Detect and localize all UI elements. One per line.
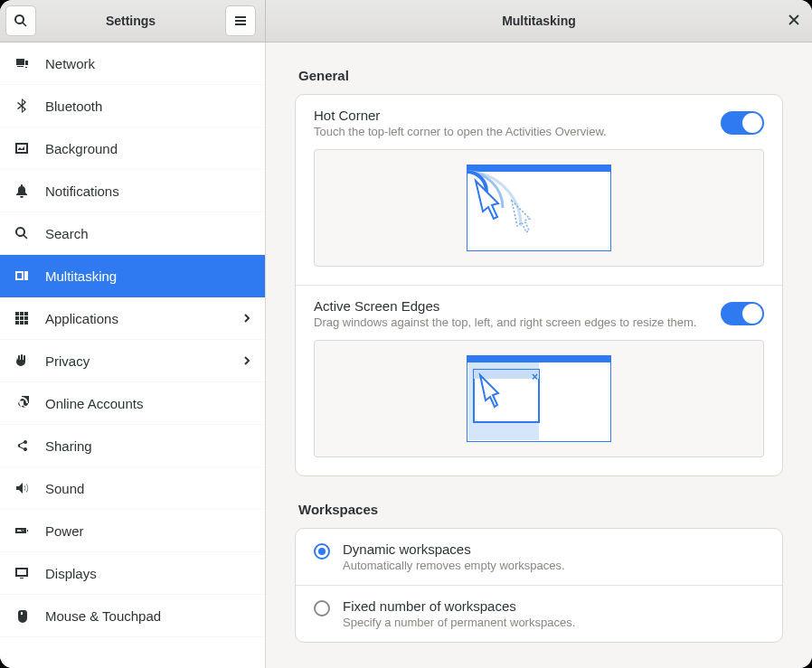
sidebar-item-mouse-touchpad[interactable]: Mouse & Touchpad [0, 595, 265, 637]
hand-icon [13, 352, 31, 370]
active-edges-row: Active Screen Edges Drag windows against… [296, 286, 782, 475]
sidebar-item-sharing[interactable]: Sharing [0, 425, 265, 467]
hot-corner-illustration [314, 149, 764, 267]
multitasking-icon [13, 267, 31, 285]
sidebar-item-applications[interactable]: Applications [0, 297, 265, 340]
sidebar-item-label: Bluetooth [45, 99, 102, 114]
radio-button[interactable] [314, 543, 330, 560]
menu-button[interactable] [225, 5, 256, 36]
mouse-icon [13, 607, 31, 625]
dynamic-workspaces-option[interactable]: Dynamic workspaces Automatically removes… [296, 529, 782, 586]
content-pane[interactable]: General Hot Corner Touch the top-left co… [266, 42, 812, 668]
sidebar-item-label: Notifications [45, 183, 119, 199]
speaker-icon [13, 479, 31, 497]
svg-text:×: × [532, 371, 538, 383]
radio-button[interactable] [314, 600, 330, 616]
sidebar-item-label: Displays [45, 566, 97, 581]
hot-corner-toggle[interactable] [721, 111, 764, 135]
sidebar-item-multitasking[interactable]: Multitasking [0, 255, 265, 297]
sidebar-item-label: Network [45, 56, 95, 71]
sidebar-item-privacy[interactable]: Privacy [0, 340, 265, 382]
active-edges-illustration: × [314, 340, 764, 457]
share-icon [13, 437, 31, 455]
sidebar-item-label: Background [45, 141, 118, 156]
background-icon [13, 139, 31, 157]
sidebar-item-background[interactable]: Background [0, 127, 265, 170]
sidebar-item-network[interactable]: Network [0, 42, 265, 85]
fixed-workspaces-desc: Specify a number of permanent workspaces… [343, 616, 764, 629]
dynamic-workspaces-title: Dynamic workspaces [343, 541, 764, 557]
apps-icon [13, 309, 31, 327]
dynamic-workspaces-desc: Automatically removes empty workspaces. [343, 559, 764, 572]
sidebar-item-label: Privacy [45, 353, 90, 369]
search-icon [14, 14, 28, 28]
workspaces-card: Dynamic workspaces Automatically removes… [295, 528, 783, 643]
active-edges-title: Active Screen Edges [314, 298, 721, 314]
sidebar-item-label: Mouse & Touchpad [45, 608, 161, 624]
hot-corner-title: Hot Corner [314, 108, 721, 123]
at-icon [13, 394, 31, 412]
hot-corner-row: Hot Corner Touch the top-left corner to … [296, 95, 782, 286]
sidebar-title: Settings [42, 14, 220, 28]
close-icon [788, 14, 799, 25]
titlebar-left: Settings [0, 0, 266, 42]
bell-icon [13, 182, 31, 200]
sidebar-item-label: Applications [45, 311, 118, 326]
sidebar[interactable]: Network Bluetooth Background Notificatio… [0, 42, 266, 668]
sidebar-item-bluetooth[interactable]: Bluetooth [0, 85, 265, 127]
fixed-workspaces-title: Fixed number of workspaces [343, 598, 764, 614]
network-icon [13, 54, 31, 72]
sidebar-item-label: Power [45, 523, 84, 539]
sidebar-item-power[interactable]: Power [0, 510, 265, 552]
sidebar-item-search[interactable]: Search [0, 212, 265, 255]
active-edges-toggle[interactable] [721, 302, 764, 325]
sidebar-item-online-accounts[interactable]: Online Accounts [0, 382, 265, 425]
settings-window: Settings Multitasking Network Bluetooth [0, 0, 812, 668]
chevron-right-icon [241, 353, 252, 369]
hot-corner-desc: Touch the top-left corner to open the Ac… [314, 125, 721, 138]
general-card: Hot Corner Touch the top-left corner to … [295, 94, 783, 476]
display-icon [13, 564, 31, 582]
sidebar-item-displays[interactable]: Displays [0, 552, 265, 595]
bluetooth-icon [13, 97, 31, 115]
titlebar-right: Multitasking [266, 0, 812, 42]
section-general-label: General [266, 42, 812, 94]
close-button[interactable] [788, 13, 799, 29]
sidebar-item-label: Multitasking [45, 268, 117, 284]
fixed-workspaces-option[interactable]: Fixed number of workspaces Specify a num… [296, 586, 782, 642]
titlebar: Settings Multitasking [0, 0, 812, 42]
sidebar-item-label: Sharing [45, 438, 92, 454]
sidebar-item-label: Sound [45, 481, 84, 496]
search-icon [13, 224, 31, 242]
sidebar-item-notifications[interactable]: Notifications [0, 170, 265, 212]
chevron-right-icon [241, 311, 252, 326]
sidebar-item-label: Online Accounts [45, 396, 143, 411]
sidebar-item-sound[interactable]: Sound [0, 467, 265, 510]
hamburger-icon [233, 14, 248, 28]
search-button[interactable] [5, 5, 36, 36]
battery-icon [13, 522, 31, 540]
svg-rect-1 [467, 165, 611, 172]
sidebar-item-label: Search [45, 226, 89, 241]
svg-rect-3 [467, 355, 611, 362]
body: Network Bluetooth Background Notificatio… [0, 42, 812, 668]
active-edges-desc: Drag windows against the top, left, and … [314, 315, 721, 329]
section-workspaces-label: Workspaces [266, 476, 812, 528]
content-title: Multitasking [266, 14, 812, 28]
